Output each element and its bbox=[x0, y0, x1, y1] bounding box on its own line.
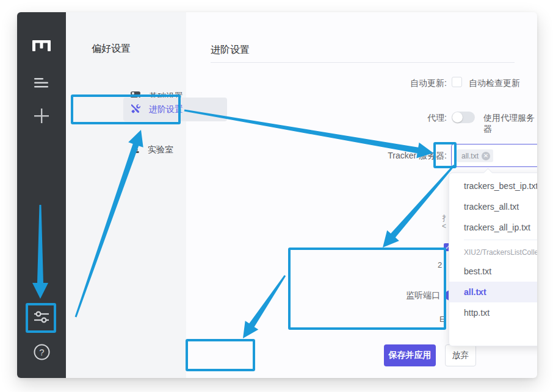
sidebar-item-label: 进阶设置 bbox=[149, 104, 183, 115]
proxy-toggle[interactable] bbox=[452, 112, 475, 123]
dropdown-item[interactable]: http.txt bbox=[449, 302, 537, 323]
motrix-logo bbox=[32, 39, 51, 55]
dropdown-divider bbox=[464, 240, 537, 240]
advanced-settings-panel: × 进阶设置 自动更新: 自动检查更新 代理: 使用代理服务器 Tracker … bbox=[186, 12, 537, 378]
title-divider bbox=[211, 62, 515, 63]
preferences-title: 偏好设置 bbox=[92, 43, 131, 55]
tag-remove-icon[interactable]: ✕ bbox=[482, 152, 490, 160]
save-and-apply-button[interactable]: 保存并应用 bbox=[384, 344, 436, 366]
dropdown-item[interactable]: trackers_best_ip.txt bbox=[449, 176, 537, 196]
page-title: 进阶设置 bbox=[211, 44, 250, 57]
preferences-icon[interactable] bbox=[32, 308, 51, 326]
listen-port-label: 监听端口 bbox=[394, 290, 440, 301]
auto-update-label: 自动更新: bbox=[367, 78, 447, 89]
dropdown-item-selected[interactable]: all.txt ✓ bbox=[449, 282, 537, 302]
motrix-preferences-window: ? 偏好设置 基础设置 bbox=[17, 12, 537, 378]
tag-label: all.txt bbox=[461, 152, 479, 160]
svg-text:?: ? bbox=[39, 347, 44, 357]
tracker-source-dropdown: trackers_best_ip.txt trackers_all.txt tr… bbox=[449, 173, 537, 346]
dropdown-item[interactable]: best.txt bbox=[449, 261, 537, 282]
advanced-settings-icon bbox=[131, 104, 141, 116]
text-fragment: 2 bbox=[438, 260, 442, 269]
auto-check-update-checkbox-label[interactable]: 自动检查更新 bbox=[469, 78, 520, 89]
task-list-icon[interactable] bbox=[34, 77, 49, 89]
tracker-server-label: Tracker 服务器: bbox=[367, 151, 447, 162]
dropdown-item[interactable]: trackers_all_ip.txt bbox=[449, 217, 537, 238]
help-icon[interactable]: ? bbox=[33, 343, 50, 360]
discard-button[interactable]: 放弃 bbox=[445, 344, 476, 366]
proxy-label: 代理: bbox=[367, 113, 447, 124]
lab-icon bbox=[131, 144, 140, 155]
proxy-toggle-label[interactable]: 使用代理服务器 bbox=[483, 113, 537, 135]
dropdown-item[interactable]: trackers_all.txt bbox=[449, 196, 537, 217]
sidebar-item-label: 实验室 bbox=[148, 144, 173, 155]
toggle-knob bbox=[452, 112, 463, 123]
add-task-icon[interactable] bbox=[33, 107, 50, 124]
app-sidebar: ? bbox=[17, 12, 66, 378]
preferences-sidebar: 偏好设置 基础设置 进阶设置 bbox=[66, 12, 186, 378]
tracker-source-select[interactable]: all.txt ✕ bbox=[451, 144, 537, 167]
dropdown-group-label: XIU2/TrackersListCollection bbox=[449, 244, 537, 261]
selected-tag: all.txt ✕ bbox=[457, 149, 493, 162]
auto-check-update-checkbox[interactable] bbox=[452, 77, 462, 87]
help-text-fragment: < bbox=[442, 222, 446, 230]
text-fragment: E bbox=[439, 315, 445, 324]
